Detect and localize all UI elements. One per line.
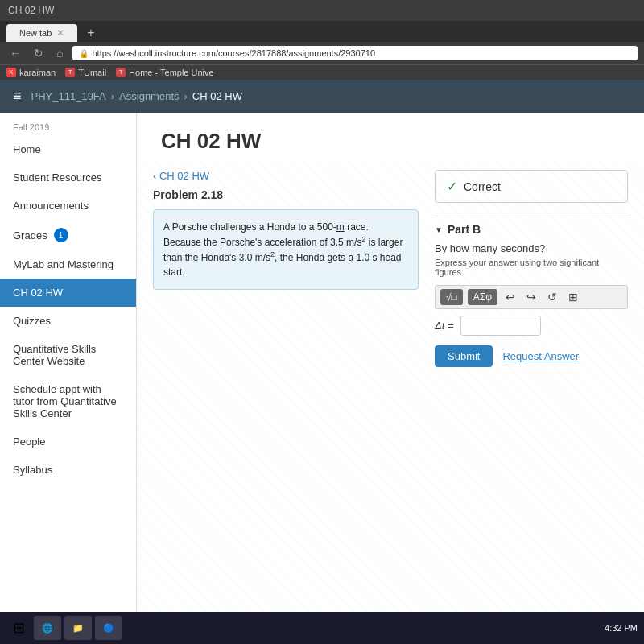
- bookmark-label-tumail: TUmail: [78, 68, 106, 77]
- problem-label: Problem 2.18: [153, 188, 419, 201]
- lock-icon: 🔒: [79, 49, 89, 58]
- sidebar-item-people[interactable]: People: [0, 427, 136, 456]
- breadcrumb-sep-1: ›: [111, 90, 114, 102]
- sidebar-item-home[interactable]: Home: [0, 135, 136, 163]
- sidebar-label-announcements: Announcements: [13, 200, 89, 212]
- problem-text: A Porsche challenges a Honda to a 500-m …: [163, 221, 402, 278]
- sidebar-item-quizzes[interactable]: Quizzes: [0, 307, 136, 335]
- sidebar-item-mylab[interactable]: MyLab and Mastering: [0, 250, 136, 279]
- sidebar-label-home: Home: [13, 143, 41, 155]
- part-b-header: ▼ Part B: [435, 223, 628, 236]
- sidebar-item-quantitative[interactable]: Quantitative Skills Center Website: [0, 335, 136, 375]
- sidebar-label-grades: Grades: [13, 229, 47, 242]
- home-button[interactable]: ⌂: [53, 45, 66, 61]
- taskbar-browser-button[interactable]: 🌐: [34, 616, 61, 640]
- taskbar-windows-icon[interactable]: ⊞: [6, 616, 31, 640]
- correct-label: Correct: [464, 180, 501, 193]
- breadcrumb: PHY_111_19FA › Assignments › CH 02 HW: [31, 90, 242, 102]
- sidebar-label-mylab: MyLab and Mastering: [13, 258, 114, 270]
- browser-chrome: CH 02 HW New tab ✕ + ← ↻ ⌂ 🔒 https://was…: [0, 0, 644, 80]
- part-b-section: ▼ Part B By how many seconds? Express yo…: [435, 213, 628, 367]
- taskbar-file-button[interactable]: 📁: [64, 616, 92, 640]
- breadcrumb-sep-2: ›: [184, 90, 188, 102]
- breadcrumb-current: CH 02 HW: [192, 90, 242, 102]
- breadcrumb-section-link[interactable]: Assignments: [119, 90, 179, 102]
- active-tab[interactable]: New tab ✕: [6, 24, 77, 42]
- sigma-button[interactable]: ΑΣφ: [468, 289, 497, 305]
- bookmark-temple[interactable]: T Home - Temple Unive: [116, 68, 214, 77]
- sidebar-label-schedule: Schedule appt with tutor from Quantitati…: [13, 383, 123, 419]
- bookmarks-bar: K karaiman T TUmail T Home - Temple Univ…: [0, 64, 644, 80]
- sidebar-item-student-resources[interactable]: Student Resources: [0, 163, 136, 192]
- bookmark-tumail[interactable]: T TUmail: [65, 68, 106, 77]
- back-button[interactable]: ←: [6, 45, 24, 61]
- taskbar-app-button[interactable]: 🔵: [95, 616, 122, 640]
- canvas-app: ≡ PHY_111_19FA › Assignments › CH 02 HW …: [0, 80, 644, 643]
- sidebar-item-announcements[interactable]: Announcements: [0, 192, 136, 220]
- bookmark-label-karaiman: karaiman: [19, 68, 56, 77]
- correct-box: ✓ Correct: [435, 170, 628, 203]
- address-bar-row: ← ↻ ⌂ 🔒 https://washcoll.instructure.com…: [0, 42, 644, 64]
- system-tray: 4:32 PM: [605, 623, 638, 633]
- bookmark-karaiman[interactable]: K karaiman: [6, 68, 56, 77]
- prev-hw-link[interactable]: ‹ CH 02 HW: [153, 170, 419, 182]
- answer-input[interactable]: [460, 316, 541, 336]
- sidebar-label-syllabus: Syllabus: [13, 464, 52, 476]
- sidebar-item-assignments[interactable]: CH 02 HW: [0, 279, 136, 307]
- grades-badge: 1: [54, 228, 68, 242]
- clock: 4:32 PM: [605, 623, 638, 633]
- answer-row: Δt =: [435, 316, 628, 336]
- sidebar-label-people: People: [13, 436, 45, 448]
- hamburger-menu-button[interactable]: ≡: [13, 88, 22, 105]
- tab-label: New tab: [19, 28, 52, 38]
- top-navigation: ≡ PHY_111_19FA › Assignments › CH 02 HW: [0, 80, 644, 113]
- sidebar-label-assignments: CH 02 HW: [13, 287, 63, 299]
- canvas-body: Fall 2019 Home Student Resources Announc…: [0, 113, 644, 643]
- page-header: CH 02 HW: [137, 113, 644, 162]
- sidebar-item-schedule[interactable]: Schedule appt with tutor from Quantitati…: [0, 375, 136, 427]
- part-b-instruction: Express your answer using two significan…: [435, 258, 628, 277]
- main-content: CH 02 HW ‹ CH 02 HW Problem 2.18 A Porsc…: [137, 113, 644, 643]
- sidebar-label-quizzes: Quizzes: [13, 315, 51, 327]
- sidebar-semester: Fall 2019: [0, 113, 136, 135]
- url-text: https://washcoll.instructure.com/courses…: [92, 48, 375, 58]
- refresh-button[interactable]: ↺: [544, 289, 560, 305]
- sidebar-item-syllabus[interactable]: Syllabus: [0, 456, 136, 484]
- sidebar: Fall 2019 Home Student Resources Announc…: [0, 113, 137, 643]
- sidebar-item-grades[interactable]: Grades 1: [0, 220, 136, 250]
- bookmark-label-temple: Home - Temple Unive: [129, 68, 214, 77]
- bookmark-icon-tumail: T: [65, 68, 75, 77]
- redo-button[interactable]: ↪: [523, 289, 539, 305]
- bookmark-icon-karaiman: K: [6, 68, 16, 77]
- address-bar[interactable]: 🔒 https://washcoll.instructure.com/cours…: [72, 46, 638, 60]
- sidebar-label-student-resources: Student Resources: [13, 171, 102, 184]
- sidebar-label-quantitative: Quantitative Skills Center Website: [13, 343, 123, 367]
- undo-button[interactable]: ↩: [502, 289, 518, 305]
- correct-check-icon: ✓: [447, 179, 457, 194]
- part-b-expand-icon[interactable]: ▼: [435, 225, 443, 234]
- request-answer-link[interactable]: Request Answer: [502, 350, 579, 362]
- sqrt-button[interactable]: √□: [440, 289, 463, 305]
- bookmark-icon-temple: T: [116, 68, 126, 77]
- grid-button[interactable]: ⊞: [565, 289, 581, 305]
- submit-row: Submit Request Answer: [435, 345, 628, 367]
- new-tab-button[interactable]: +: [80, 26, 101, 40]
- problem-text-box: A Porsche challenges a Honda to a 500-m …: [153, 209, 419, 290]
- submit-button[interactable]: Submit: [435, 345, 493, 367]
- tab-bar: New tab ✕ +: [0, 21, 644, 42]
- part-b-label: Part B: [448, 223, 481, 236]
- part-b-question: By how many seconds?: [435, 242, 628, 254]
- problem-left: ‹ CH 02 HW Problem 2.18 A Porsche challe…: [153, 170, 419, 367]
- reload-button[interactable]: ↻: [31, 45, 47, 61]
- problem-section: ‹ CH 02 HW Problem 2.18 A Porsche challe…: [137, 162, 644, 375]
- delta-t-label: Δt =: [435, 320, 454, 332]
- page-title: CH 02 HW: [161, 129, 620, 154]
- browser-titlebar: CH 02 HW: [0, 0, 644, 21]
- math-toolbar: √□ ΑΣφ ↩ ↪ ↺ ⊞: [435, 285, 628, 309]
- window-title: CH 02 HW: [8, 5, 54, 16]
- problem-right: ✓ Correct ▼ Part B By how many seconds? …: [435, 170, 628, 367]
- tab-close-icon[interactable]: ✕: [56, 27, 64, 39]
- taskbar: ⊞ 🌐 📁 🔵 4:32 PM: [0, 612, 644, 644]
- breadcrumb-course-link[interactable]: PHY_111_19FA: [31, 90, 106, 102]
